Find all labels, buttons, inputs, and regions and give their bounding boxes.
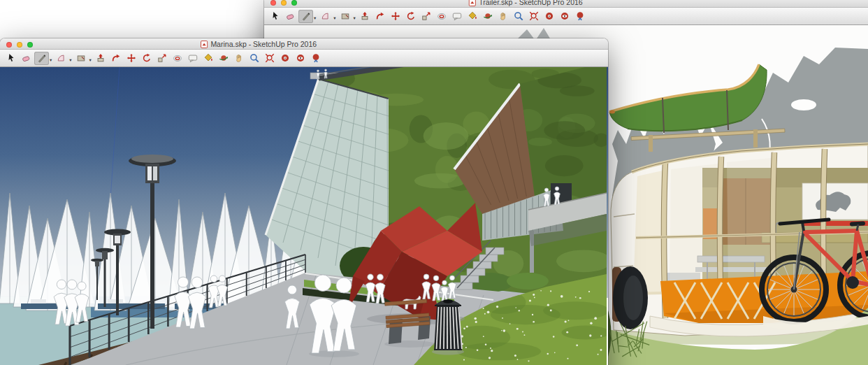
tool-line-button[interactable] [298,10,313,23]
dropdown-caret-icon[interactable]: ▾ [50,58,52,63]
tool-zoom-extents-button[interactable] [263,52,277,65]
dropdown-caret-icon[interactable]: ▾ [333,16,335,21]
tape-measure-icon [452,11,462,21]
tool-paint-bucket-button[interactable] [201,52,216,65]
zoom-extents-icon [265,53,275,63]
tool-shapes-button[interactable] [74,52,89,65]
tool-offset-button[interactable] [171,52,185,65]
pan-icon [498,11,508,21]
tool-zoom-extents-button[interactable] [527,10,542,23]
marina-titlebar[interactable]: Marina.skp - SketchUp Pro 2016 [0,38,608,50]
desktop: { "app": { "title_suffix": "SketchUp Pro… [0,0,868,365]
minimize-button[interactable] [17,42,22,48]
zoom-icon [249,53,259,63]
tool-orbit-button[interactable] [217,52,231,65]
marina-window: Marina.skp - SketchUp Pro 2016 ▾▾▾ [0,38,608,365]
tool-shapes-button[interactable] [338,10,353,23]
arc-icon [57,53,66,63]
tool-move-button[interactable] [124,52,139,65]
tool-tape-measure-button[interactable] [450,10,465,23]
scale-icon [157,53,167,63]
close-button[interactable] [270,0,276,6]
line-icon [301,11,311,21]
tool-rotate-button[interactable] [404,10,419,23]
select-icon [6,53,16,63]
push-pull-icon [96,53,106,63]
tool-zoom-button[interactable] [247,52,262,65]
tool-eraser-button[interactable] [19,52,34,65]
tool-pan-button[interactable] [496,10,511,23]
window-title-text: Trailer.skp - SketchUp Pro 2016 [479,0,582,6]
tool-walk-button[interactable] [309,52,324,65]
move-icon [126,53,136,63]
tool-move-button[interactable] [389,10,403,23]
tool-look-around-button[interactable] [558,10,572,23]
marina-viewport[interactable] [0,67,608,365]
eraser-icon [22,53,31,63]
zoom-button[interactable] [291,0,297,6]
look-around-icon [560,11,570,21]
move-icon [391,11,400,21]
pan-icon [234,53,244,63]
dropdown-caret-icon[interactable]: ▾ [69,58,71,63]
zoom-extents-icon [529,11,539,21]
tool-position-camera-button[interactable] [278,52,293,65]
arc-icon [321,11,331,21]
tool-eraser-button[interactable] [283,10,298,23]
dropdown-caret-icon[interactable]: ▾ [89,58,92,63]
zoom-icon [514,11,523,21]
dropdown-caret-icon[interactable]: ▾ [354,16,356,21]
push-pull-icon [360,11,370,21]
follow-me-icon [375,11,385,21]
walk-icon [311,53,321,63]
tool-line-button[interactable] [34,52,49,65]
tool-arc-button[interactable] [54,52,68,65]
toolbar: ▾▾▾ [264,8,868,25]
tool-scale-button[interactable] [419,10,434,23]
tool-arc-button[interactable] [318,10,333,23]
tool-push-pull-button[interactable] [358,10,372,23]
close-button[interactable] [6,42,12,48]
tool-select-button[interactable] [268,10,282,23]
orbit-icon [219,53,229,63]
tool-follow-me-button[interactable] [373,10,388,23]
dropdown-caret-icon[interactable]: ▾ [314,16,316,21]
tool-tape-measure-button[interactable] [186,52,201,65]
select-icon [270,11,280,21]
camper-wheel [612,266,648,329]
tool-position-camera-button[interactable] [542,10,557,23]
tool-pan-button[interactable] [232,52,247,65]
tool-follow-me-button[interactable] [109,52,124,65]
walk-icon [575,11,585,21]
zoom-button[interactable] [27,42,33,48]
look-around-icon [296,53,305,63]
window-controls [270,0,297,6]
trailer-titlebar[interactable]: Trailer.skp - SketchUp Pro 2016 [264,0,868,8]
tool-look-around-button[interactable] [294,52,308,65]
tool-rotate-button[interactable] [140,52,154,65]
tool-walk-button[interactable] [573,10,588,23]
minimize-button[interactable] [281,0,287,6]
window-controls [6,42,33,48]
shapes-icon [76,53,86,63]
tool-paint-bucket-button[interactable] [465,10,480,23]
trash-can [432,299,464,355]
line-icon [37,53,47,63]
shapes-icon [340,11,350,21]
window-title: Marina.skp - SketchUp Pro 2016 [200,40,317,48]
position-camera-icon [280,53,290,63]
tool-select-button[interactable] [3,52,18,65]
tool-scale-button[interactable] [155,52,170,65]
eraser-icon [286,11,296,21]
tool-zoom-button[interactable] [512,10,526,23]
paint-bucket-icon [203,53,213,63]
rotate-icon [406,11,416,21]
tool-push-pull-button[interactable] [94,52,108,65]
sketchup-doc-icon [200,41,208,48]
tape-measure-icon [188,53,198,63]
offset-icon [437,11,447,21]
tool-offset-button[interactable] [435,10,449,23]
tool-orbit-button[interactable] [481,10,496,23]
bear-graphic [802,183,868,220]
scale-icon [421,11,431,21]
